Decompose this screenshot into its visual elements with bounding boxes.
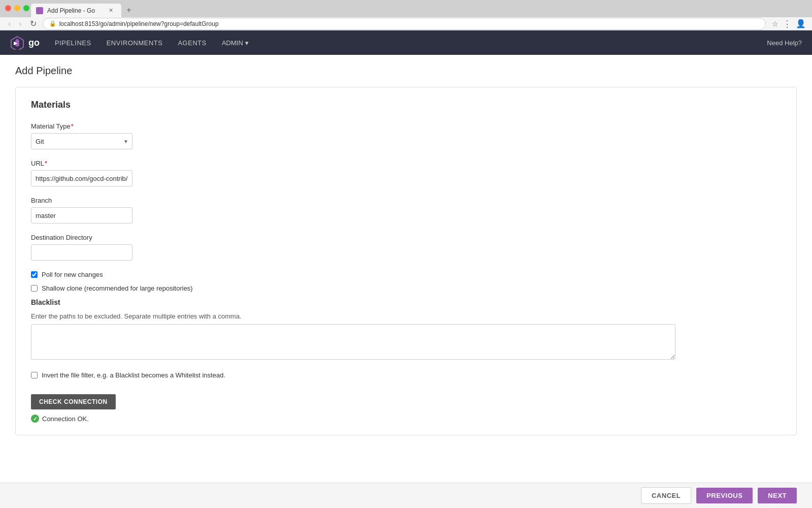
nav-agents[interactable]: AGENTS (178, 39, 206, 47)
nav-environments[interactable]: ENVIRONMENTS (107, 39, 163, 47)
active-browser-tab[interactable]: Add Pipeline - Go ✕ (30, 3, 122, 17)
blacklist-helper: Enter the paths to be excluded. Separate… (31, 312, 781, 320)
nav-admin-arrow: ▾ (245, 39, 249, 47)
new-tab-icon: + (126, 6, 131, 15)
nav-help[interactable]: Need Help? (767, 39, 802, 47)
destination-label: Destination Directory (31, 234, 781, 241)
nav-admin[interactable]: ADMIN ▾ (222, 39, 249, 47)
blacklist-textarea[interactable] (31, 324, 675, 360)
blacklist-title: Blacklist (31, 298, 781, 306)
address-text: localhost:8153/go/admin/pipeline/new?gro… (59, 20, 219, 27)
connection-status-text: Connection OK. (42, 415, 89, 423)
connection-status: ✓ Connection OK. (31, 415, 781, 423)
check-connection-button[interactable]: CHECK CONNECTION (31, 394, 116, 409)
tab-close-icon[interactable]: ✕ (109, 7, 113, 14)
browser-menu-icon[interactable]: ⋮ (783, 18, 792, 29)
forward-button[interactable]: › (17, 18, 23, 29)
go-logo-icon: ▶ (10, 36, 24, 50)
url-group: URL* (31, 160, 781, 186)
address-bar[interactable]: 🔒 localhost:8153/go/admin/pipeline/new?g… (43, 18, 766, 30)
invert-filter-label: Invert the file filter, e.g. a Blacklist… (42, 371, 225, 379)
page-title: Add Pipeline (15, 65, 797, 77)
tab-title: Add Pipeline - Go (47, 7, 95, 14)
material-type-group: Material Type* Git Subversion Mercurial … (31, 122, 781, 149)
connection-ok-icon: ✓ (31, 415, 39, 423)
poll-label: Poll for new changes (42, 271, 103, 278)
app-logo: ▶ go (10, 36, 40, 50)
destination-group: Destination Directory (31, 234, 781, 261)
url-required-asterisk: * (45, 160, 47, 167)
branch-label: Branch (31, 197, 781, 204)
address-lock-icon: 🔒 (49, 20, 56, 27)
destination-input[interactable] (31, 244, 132, 261)
poll-checkbox[interactable] (31, 271, 38, 278)
new-tab-button[interactable]: + (122, 3, 136, 17)
check-connection-section: CHECK CONNECTION ✓ Connection OK. (31, 394, 781, 423)
app-nav: ▶ go PIPELINES ENVIRONMENTS AGENTS ADMIN… (0, 30, 812, 55)
blacklist-group: Blacklist Enter the paths to be excluded… (31, 298, 781, 361)
poll-group: Poll for new changes (31, 271, 781, 278)
nav-admin-label: ADMIN (222, 39, 243, 47)
svg-text:▶: ▶ (14, 41, 18, 46)
back-button[interactable]: ‹ (6, 18, 13, 29)
nav-pipelines[interactable]: PIPELINES (55, 39, 91, 47)
traffic-minimize[interactable] (14, 5, 20, 11)
shallow-clone-label: Shallow clone (recommended for large rep… (42, 284, 193, 292)
material-type-select-wrapper: Git Subversion Mercurial TFS Perforce Pa… (31, 133, 132, 149)
bookmark-icon[interactable]: ☆ (772, 20, 779, 28)
shallow-clone-group: Shallow clone (recommended for large rep… (31, 284, 781, 292)
invert-filter-group: Invert the file filter, e.g. a Blacklist… (31, 371, 781, 379)
app-logo-text: go (28, 38, 40, 48)
material-type-select[interactable]: Git Subversion Mercurial TFS Perforce Pa… (31, 133, 132, 149)
traffic-maximize[interactable] (23, 5, 29, 11)
url-label: URL* (31, 160, 781, 167)
materials-section-title: Materials (31, 100, 781, 110)
invert-filter-checkbox[interactable] (31, 372, 38, 378)
required-asterisk: * (71, 122, 74, 130)
tab-favicon (36, 7, 43, 14)
reload-button[interactable]: ↻ (28, 18, 39, 29)
traffic-close[interactable] (5, 5, 11, 11)
shallow-clone-checkbox[interactable] (31, 285, 38, 292)
material-type-label: Material Type* (31, 122, 781, 130)
url-input[interactable] (31, 170, 132, 186)
branch-input[interactable] (31, 207, 132, 224)
branch-group: Branch (31, 197, 781, 224)
browser-user-icon[interactable]: 👤 (796, 19, 806, 28)
materials-card: Materials Material Type* Git Subversion … (15, 87, 797, 435)
